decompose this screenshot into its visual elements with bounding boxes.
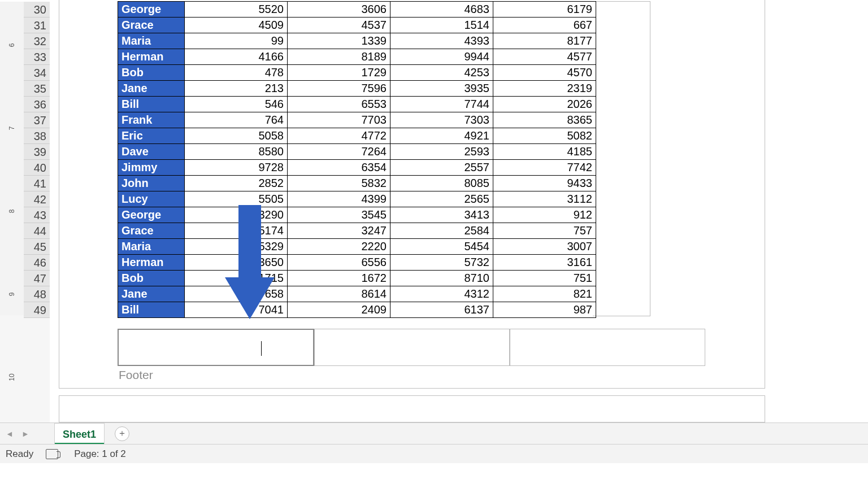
name-cell[interactable]: Lucy <box>118 191 185 207</box>
name-cell[interactable]: Jimmy <box>118 160 185 176</box>
tab-nav-prev-button[interactable]: ◄ <box>3 428 16 440</box>
data-cell[interactable]: 2584 <box>390 223 493 239</box>
data-cell[interactable]: 764 <box>185 112 288 128</box>
data-cell[interactable]: 5329 <box>185 239 288 255</box>
macro-record-icon[interactable] <box>46 449 58 459</box>
data-cell[interactable]: 658 <box>185 286 288 302</box>
name-cell[interactable]: Frank <box>118 112 185 128</box>
data-cell[interactable]: 821 <box>493 286 596 302</box>
data-cell[interactable]: 6556 <box>288 255 390 271</box>
row-header[interactable]: 49 <box>24 302 50 318</box>
row-headers[interactable]: 3031323334353637383940414243444546474849 <box>24 2 50 318</box>
table-row[interactable]: George5520360646836179 <box>118 2 596 18</box>
row-header[interactable]: 33 <box>24 49 50 65</box>
data-cell[interactable]: 4399 <box>288 191 390 207</box>
data-cell[interactable]: 2319 <box>493 81 596 97</box>
name-cell[interactable]: Eric <box>118 128 185 144</box>
row-header[interactable]: 37 <box>24 112 50 128</box>
data-cell[interactable]: 9728 <box>185 160 288 176</box>
data-cell[interactable]: 2852 <box>185 176 288 191</box>
data-cell[interactable]: 2557 <box>390 160 493 176</box>
row-header[interactable]: 44 <box>24 223 50 239</box>
data-cell[interactable]: 1339 <box>288 33 390 49</box>
data-cell[interactable]: 3112 <box>493 191 596 207</box>
data-cell[interactable]: 9433 <box>493 176 596 191</box>
data-cell[interactable]: 6179 <box>493 2 596 18</box>
name-cell[interactable]: Bill <box>118 97 185 112</box>
tab-nav-next-button[interactable]: ► <box>19 428 32 440</box>
name-cell[interactable]: Bob <box>118 271 185 286</box>
data-cell[interactable]: 4312 <box>390 286 493 302</box>
data-cell[interactable]: 912 <box>493 207 596 223</box>
data-cell[interactable]: 667 <box>493 18 596 33</box>
data-cell[interactable]: 8189 <box>288 49 390 65</box>
row-header[interactable]: 38 <box>24 128 50 144</box>
data-cell[interactable]: 2409 <box>288 302 390 318</box>
data-cell[interactable]: 751 <box>493 271 596 286</box>
data-cell[interactable]: 3650 <box>185 255 288 271</box>
data-cell[interactable]: 2220 <box>288 239 390 255</box>
row-header[interactable]: 42 <box>24 191 50 207</box>
table-row[interactable]: Bill704124096137987 <box>118 302 596 318</box>
row-header[interactable]: 40 <box>24 160 50 176</box>
data-cell[interactable]: 3935 <box>390 81 493 97</box>
data-cell[interactable]: 8177 <box>493 33 596 49</box>
data-cell[interactable]: 7744 <box>390 97 493 112</box>
table-row[interactable]: Jane213759639352319 <box>118 81 596 97</box>
row-header[interactable]: 46 <box>24 255 50 271</box>
name-cell[interactable]: Grace <box>118 223 185 239</box>
data-cell[interactable]: 4577 <box>493 49 596 65</box>
add-sheet-button[interactable]: ＋ <box>115 426 129 441</box>
data-cell[interactable]: 7596 <box>288 81 390 97</box>
data-cell[interactable]: 8085 <box>390 176 493 191</box>
table-row[interactable]: John2852583280859433 <box>118 176 596 191</box>
data-cell[interactable]: 5058 <box>185 128 288 144</box>
data-cell[interactable]: 4509 <box>185 18 288 33</box>
data-cell[interactable]: 5454 <box>390 239 493 255</box>
data-cell[interactable]: 3545 <box>288 207 390 223</box>
name-cell[interactable]: Jane <box>118 286 185 302</box>
name-cell[interactable]: Maria <box>118 239 185 255</box>
data-cell[interactable]: 478 <box>185 65 288 81</box>
footer-left-input[interactable] <box>118 329 314 366</box>
table-empty-columns[interactable] <box>593 1 650 316</box>
data-cell[interactable]: 3606 <box>288 2 390 18</box>
table-row[interactable]: Jimmy9728635425577742 <box>118 160 596 176</box>
data-cell[interactable]: 7041 <box>185 302 288 318</box>
data-cell[interactable]: 7742 <box>493 160 596 176</box>
data-cell[interactable]: 7264 <box>288 144 390 160</box>
row-header[interactable]: 35 <box>24 81 50 97</box>
table-row[interactable]: Maria5329222054543007 <box>118 239 596 255</box>
data-cell[interactable]: 3413 <box>390 207 493 223</box>
row-header[interactable]: 34 <box>24 65 50 81</box>
data-cell[interactable]: 6137 <box>390 302 493 318</box>
sheet-tab[interactable]: Sheet1 <box>54 423 105 445</box>
row-header[interactable]: 39 <box>24 144 50 160</box>
data-cell[interactable]: 5832 <box>288 176 390 191</box>
row-header[interactable]: 36 <box>24 97 50 112</box>
table-row[interactable]: Herman4166818999444577 <box>118 49 596 65</box>
row-header[interactable]: 32 <box>24 33 50 49</box>
name-cell[interactable]: John <box>118 176 185 191</box>
table-row[interactable]: Bob171516728710751 <box>118 271 596 286</box>
data-cell[interactable]: 5082 <box>493 128 596 144</box>
data-cell[interactable]: 546 <box>185 97 288 112</box>
name-cell[interactable]: Bill <box>118 302 185 318</box>
data-cell[interactable]: 757 <box>493 223 596 239</box>
table-row[interactable]: Bob478172942534570 <box>118 65 596 81</box>
name-cell[interactable]: George <box>118 2 185 18</box>
data-cell[interactable]: 5174 <box>185 223 288 239</box>
table-row[interactable]: Jane65886144312821 <box>118 286 596 302</box>
data-cell[interactable]: 2565 <box>390 191 493 207</box>
data-cell[interactable]: 4921 <box>390 128 493 144</box>
data-cell[interactable]: 1514 <box>390 18 493 33</box>
name-cell[interactable]: Maria <box>118 33 185 49</box>
name-cell[interactable]: Herman <box>118 255 185 271</box>
data-cell[interactable]: 987 <box>493 302 596 318</box>
data-cell[interactable]: 6553 <box>288 97 390 112</box>
row-header[interactable]: 31 <box>24 18 50 33</box>
data-cell[interactable]: 4772 <box>288 128 390 144</box>
data-cell[interactable]: 3161 <box>493 255 596 271</box>
data-cell[interactable]: 2593 <box>390 144 493 160</box>
table-row[interactable]: Bill546655377442026 <box>118 97 596 112</box>
